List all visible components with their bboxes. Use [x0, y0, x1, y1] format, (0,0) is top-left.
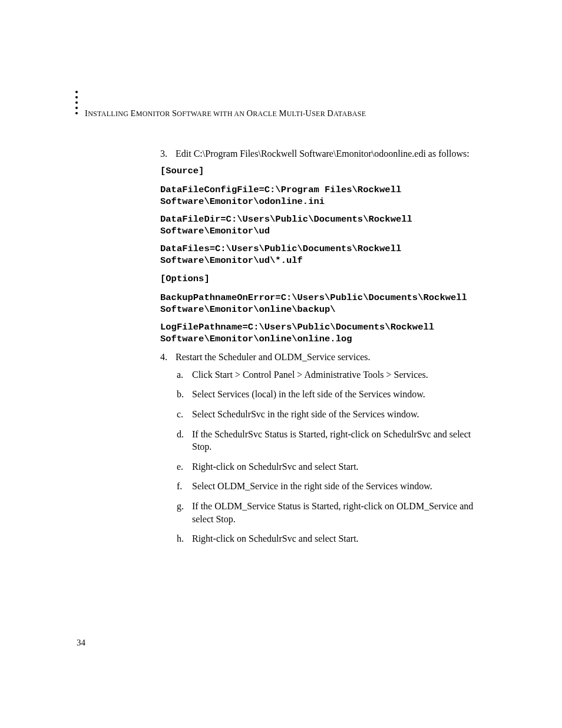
sub-step-a: a. Click Start > Control Panel > Adminis…	[177, 368, 490, 381]
sub-step-e: e. Right-click on SchedulrSvc and select…	[177, 460, 490, 473]
sub-step-g: g. If the OLDM_Service Status is Started…	[177, 500, 490, 525]
header-dots	[75, 91, 78, 114]
sub-step-c: c. Select SchedulrSvc in the right side …	[177, 408, 490, 421]
step-4: 4. Restart the Scheduler and OLDM_Servic…	[160, 351, 490, 364]
step-number: 3.	[160, 147, 173, 160]
step-number: 4.	[160, 351, 173, 364]
code-datafiledir: DataFileDir=C:\Users\Public\Documents\Ro…	[160, 213, 490, 237]
step-text: Restart the Scheduler and OLDM_Service s…	[176, 352, 371, 362]
page-number: 34	[77, 637, 85, 648]
step-text: Edit C:\Program Files\Rockwell Software\…	[176, 149, 470, 159]
sub-step-b: b. Select Services (local) in the left s…	[177, 388, 490, 401]
code-options-header: [Options]	[160, 273, 490, 285]
page: INSTALLING EMONITOR SOFTWARE WITH AN ORA…	[0, 0, 562, 728]
body-content: 3. Edit C:\Program Files\Rockwell Softwa…	[160, 147, 490, 552]
code-datafiles: DataFiles=C:\Users\Public\Documents\Rock…	[160, 243, 490, 266]
code-source-header: [Source]	[160, 165, 490, 177]
sub-step-h: h. Right-click on SchedulrSvc and select…	[177, 532, 490, 545]
step-3: 3. Edit C:\Program Files\Rockwell Softwa…	[160, 147, 490, 160]
code-backuppath: BackupPathnameOnError=C:\Users\Public\Do…	[160, 292, 490, 315]
sub-step-d: d. If the SchedulrSvc Status is Started,…	[177, 428, 490, 453]
sub-step-f: f. Select OLDM_Service in the right side…	[177, 480, 490, 493]
running-header: INSTALLING EMONITOR SOFTWARE WITH AN ORA…	[85, 108, 366, 120]
code-logfile: LogFilePathname=C:\Users\Public\Document…	[160, 321, 490, 345]
code-datafileconfig: DataFileConfigFile=C:\Program Files\Rock…	[160, 184, 490, 207]
sub-steps: a. Click Start > Control Panel > Adminis…	[177, 368, 490, 545]
